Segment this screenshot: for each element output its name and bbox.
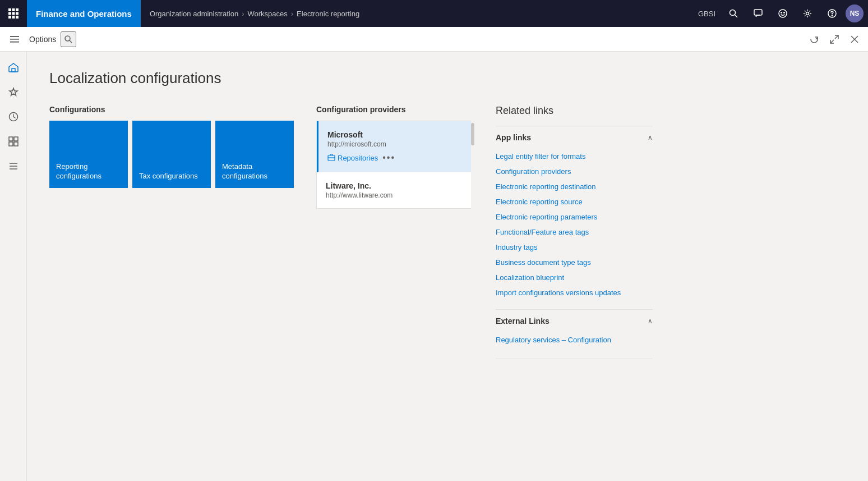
content-area: Localization configurations Configuratio… [27,52,868,481]
configuration-providers-section: Configuration providers Microsoft http:/… [316,105,473,209]
link-er-parameters[interactable]: Electronic reporting parameters [496,209,653,225]
svg-rect-30 [14,137,18,141]
secondary-nav-actions [805,30,864,48]
providers-heading: Configuration providers [316,105,473,114]
svg-rect-32 [14,142,18,146]
svg-point-13 [781,12,782,13]
svg-rect-2 [16,8,19,11]
link-er-source[interactable]: Electronic reporting source [496,194,653,209]
svg-point-17 [832,15,832,16]
configurations-section: Configurations Reporting configurations … [49,105,294,188]
repositories-link[interactable]: Repositories [327,154,378,162]
svg-rect-0 [8,8,11,11]
svg-rect-20 [10,42,19,43]
app-links-chevron: ∧ [648,134,653,141]
svg-point-14 [784,12,785,13]
svg-rect-27 [12,68,15,72]
reporting-config-tile[interactable]: Reporting configurations [49,121,128,188]
page-title: Localization configurations [49,70,846,87]
chat-button[interactable] [747,2,769,25]
link-functional-tags[interactable]: Functional/Feature area tags [496,225,653,240]
help-button[interactable] [821,2,843,25]
link-import-configs[interactable]: Import configurations versions updates [496,285,653,300]
svg-point-15 [806,12,809,15]
sidebar-item-workspaces[interactable] [2,130,25,153]
provider-name-litware: Litware, Inc. [326,181,464,190]
svg-rect-4 [12,12,15,15]
svg-line-22 [70,40,72,43]
svg-rect-3 [8,12,11,15]
app-links-list: Legal entity filter for formats Configur… [496,149,653,307]
close-button[interactable] [846,30,864,48]
svg-rect-19 [10,39,19,40]
search-button[interactable] [722,2,745,25]
gbsi-label: GBSI [694,10,720,18]
svg-point-12 [779,10,787,17]
tax-config-tile[interactable]: Tax configurations [132,121,211,188]
breadcrumb: Organization administration › Workspaces… [141,10,368,18]
link-legal-entity[interactable]: Legal entity filter for formats [496,149,653,164]
svg-rect-8 [16,16,19,19]
emoji-button[interactable] [772,2,794,25]
scrollbar-track [471,121,474,209]
metadata-config-tile[interactable]: Metadata configurations [215,121,294,188]
nav-right: GBSI [694,2,868,25]
breadcrumb-sep-1: › [242,10,244,18]
link-industry-tags[interactable]: Industry tags [496,240,653,255]
link-group-app-header[interactable]: App links ∧ [496,126,653,149]
provider-item-microsoft[interactable]: Microsoft http://microsoft.com Repositor… [317,121,473,172]
left-sidebar [0,52,27,481]
options-label: Options [29,35,56,44]
scrollbar-thumb[interactable] [471,123,474,145]
sidebar-item-modules[interactable] [2,155,25,177]
hamburger-button[interactable] [4,29,25,49]
settings-button[interactable] [796,2,819,25]
svg-line-23 [835,35,838,39]
link-er-destination[interactable]: Electronic reporting destination [496,179,653,194]
main-container: Localization configurations Configuratio… [0,52,868,481]
external-links-chevron: ∧ [648,317,653,325]
svg-rect-31 [9,142,13,146]
provider-name-microsoft: Microsoft [327,130,464,139]
link-biz-doc-tags[interactable]: Business document type tags [496,255,653,270]
repositories-label: Repositories [338,154,378,162]
providers-list-wrapper: Microsoft http://microsoft.com Repositor… [316,121,473,209]
waffle-button[interactable] [0,0,27,27]
svg-rect-29 [9,137,13,141]
link-group-external-header[interactable]: External Links ∧ [496,310,653,332]
svg-rect-5 [16,12,19,15]
nav-left: Finance and Operations Organization admi… [0,0,694,27]
more-options[interactable]: ••• [382,153,395,163]
link-group-app: App links ∧ Legal entity filter for form… [496,126,653,307]
link-localization-blueprint[interactable]: Localization blueprint [496,270,653,285]
sidebar-item-favorites[interactable] [2,81,25,103]
link-config-providers[interactable]: Configuration providers [496,164,653,179]
related-links-section: Related links App links ∧ Legal entity f… [496,105,653,359]
sections-wrapper: Configurations Reporting configurations … [49,105,846,359]
provider-url-microsoft: http://microsoft.com [327,140,464,148]
app-title: Finance and Operations [27,0,141,27]
svg-point-21 [65,36,70,41]
external-links-title: External Links [496,317,550,326]
svg-line-24 [830,40,834,43]
external-links-list: Regulatory services – Configuration [496,332,653,354]
provider-url-litware: http://www.litware.com [326,191,464,199]
expand-button[interactable] [825,30,843,48]
sidebar-item-home[interactable] [2,56,25,79]
config-tiles: Reporting configurations Tax configurati… [49,121,294,188]
providers-list[interactable]: Microsoft http://microsoft.com Repositor… [316,121,473,209]
app-links-title: App links [496,133,531,142]
link-regulatory-services[interactable]: Regulatory services – Configuration [496,332,653,347]
provider-actions-microsoft: Repositories ••• [327,153,464,163]
bottom-divider [496,359,653,359]
options-search-button[interactable] [61,31,76,47]
provider-item-litware[interactable]: Litware, Inc. http://www.litware.com [317,172,473,208]
svg-rect-11 [754,10,762,15]
refresh-button[interactable] [805,30,823,48]
secondary-navigation: Options [0,27,868,52]
breadcrumb-sep-2: › [291,10,293,18]
svg-line-10 [735,15,738,18]
user-avatar[interactable]: NS [846,4,864,22]
sidebar-item-recent[interactable] [2,106,25,128]
configurations-heading: Configurations [49,105,294,114]
